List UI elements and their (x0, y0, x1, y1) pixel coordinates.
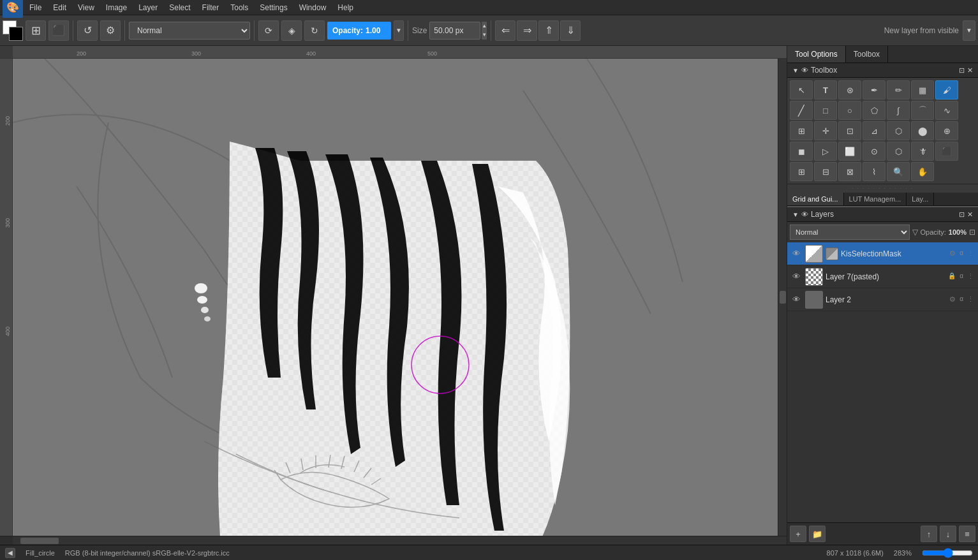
gradient-tool[interactable]: ▷ (814, 142, 837, 161)
smart-patch-tool[interactable]: ⬤ (911, 121, 934, 140)
hatching-tool[interactable]: ▦ (911, 80, 934, 99)
subtab-lay[interactable]: Lay... (907, 193, 934, 205)
layer-alpha-kisselectionmask[interactable]: α (958, 248, 965, 259)
similar-select-tool[interactable]: ⊠ (838, 162, 861, 181)
undo-button[interactable]: ↺ (77, 20, 98, 41)
pencil-tool[interactable]: ✏ (887, 80, 910, 99)
menu-settings[interactable]: Settings (255, 2, 292, 13)
new-layer-expand[interactable]: ▼ (963, 20, 975, 41)
transform-tool[interactable]: ⊞ (790, 121, 813, 140)
opacity-control[interactable]: Opacity: 1.00 (327, 22, 391, 40)
move-tool[interactable]: ✛ (814, 121, 837, 140)
rotate-button[interactable]: ⇑ (538, 20, 559, 41)
pointer-tool[interactable]: ↖ (790, 80, 813, 99)
layers-close-icon[interactable]: ✕ (967, 210, 973, 219)
add-group-button[interactable]: 📁 (809, 526, 826, 542)
layer-alpha-layer2[interactable]: α (958, 294, 965, 305)
opacity-expand[interactable]: ▼ (394, 20, 404, 41)
menu-tools[interactable]: Tools (225, 2, 253, 13)
zoom-tool[interactable]: 🔍 (887, 162, 910, 181)
layer-eye-kisselectionmask[interactable]: 👁 (790, 247, 803, 260)
layer-eye-layer2[interactable]: 👁 (790, 293, 803, 306)
layer-item-layer7[interactable]: 👁 Layer 7(pasted) 🔒 α ⋮ (787, 265, 978, 288)
layer-item-layer2[interactable]: 👁 Layer 2 ⚙ α ⋮ (787, 288, 978, 311)
zoom-slider[interactable] (922, 548, 973, 558)
toolbox-collapse-icon[interactable]: ▼ (792, 67, 799, 74)
reset-button[interactable]: ⟳ (258, 20, 279, 41)
brush-tool[interactable]: 🖌 (935, 80, 958, 99)
layer-alpha-layer7[interactable]: α (958, 271, 965, 282)
fill-tool[interactable]: ◼ (790, 142, 813, 161)
menu-edit[interactable]: Edit (48, 2, 71, 13)
ellipse-tool[interactable]: ○ (838, 101, 861, 120)
layer-eye-layer7[interactable]: 👁 (790, 270, 803, 283)
flip-h-button[interactable]: ⇐ (495, 20, 515, 41)
color-settings-button[interactable]: ⬛ (48, 20, 69, 41)
options-button[interactable]: ⚙ (100, 20, 121, 41)
flip-v-button[interactable]: ⇒ (517, 20, 537, 41)
layer-opacity-slider[interactable]: ⊡ (969, 228, 975, 237)
subtab-grid[interactable]: Grid and Gui... (787, 193, 844, 205)
color-picker-tool[interactable]: ⊕ (935, 121, 958, 140)
tab-tool-options[interactable]: Tool Options (787, 46, 846, 63)
polygon-select-tool[interactable]: ⬡ (887, 142, 910, 161)
layer-more-layer2[interactable]: ⋮ (966, 294, 975, 305)
dynamic-tool[interactable]: ∿ (935, 101, 958, 120)
text-tool[interactable]: T (814, 80, 837, 99)
layer-lock-layer7[interactable]: 🔒 (947, 271, 957, 282)
horizontal-scrollbar[interactable] (0, 536, 787, 545)
move-layer-down-button[interactable]: ↓ (940, 526, 956, 542)
freehand-tool[interactable]: ⌒ (911, 101, 934, 120)
menu-layer[interactable]: Layer (133, 2, 163, 13)
layer-settings-kisselectionmask[interactable]: ⚙ (948, 248, 957, 259)
menu-view[interactable]: View (73, 2, 100, 13)
canvas[interactable] (13, 59, 778, 536)
pan-tool[interactable]: ✋ (911, 162, 934, 181)
freehand-select-tool[interactable]: 🗡 (911, 142, 934, 161)
size-down[interactable]: ▼ (482, 31, 487, 40)
bezier-tool[interactable]: ∫ (887, 101, 910, 120)
bezier-select-tool[interactable]: ⌇ (863, 162, 885, 181)
size-up[interactable]: ▲ (482, 22, 487, 31)
layer-options-button[interactable]: ≡ (959, 526, 975, 542)
blend-mode-select[interactable]: Normal (129, 22, 250, 40)
layer-blend-mode[interactable]: Normal (790, 225, 910, 240)
mirror-button[interactable]: ⇓ (560, 20, 581, 41)
size-input[interactable] (429, 22, 480, 40)
refresh-button[interactable]: ↻ (304, 20, 325, 41)
transform-select-tool[interactable]: ⬛ (935, 142, 958, 161)
select-shape-tool[interactable]: ⊿ (863, 121, 885, 140)
add-layer-button[interactable]: + (790, 526, 806, 542)
move-layer-up-button[interactable]: ↑ (921, 526, 937, 542)
layer-item-kisselectionmask[interactable]: 👁 KisSelectionMask ⚙ α ⋮ (787, 242, 978, 265)
menu-file[interactable]: File (24, 2, 47, 13)
subtab-lut[interactable]: LUT Managem... (844, 193, 907, 205)
tab-toolbox-top[interactable]: Toolbox (846, 46, 888, 63)
contiguous-select-tool[interactable]: ⊟ (814, 162, 837, 181)
options2-button[interactable]: ◈ (281, 20, 302, 41)
magnetic-select-tool[interactable]: ⊞ (790, 162, 813, 181)
menu-filter[interactable]: Filter (197, 2, 225, 13)
menu-window[interactable]: Window (294, 2, 332, 13)
layer-more-kisselectionmask[interactable]: ⋮ (966, 248, 975, 259)
polygon-tool[interactable]: ⬠ (863, 101, 885, 120)
statusbar-expand[interactable]: ◀ (5, 548, 15, 558)
multibrush-tool[interactable]: ⊛ (838, 80, 861, 99)
menu-help[interactable]: Help (332, 2, 359, 13)
color-swatches[interactable] (3, 20, 23, 41)
line-tool[interactable]: ╱ (790, 101, 813, 120)
rect-select-tool[interactable]: ⬜ (838, 142, 861, 161)
menu-select[interactable]: Select (164, 2, 195, 13)
crop-tool[interactable]: ⊡ (838, 121, 861, 140)
layers-detach-icon[interactable]: ⊡ (959, 210, 965, 219)
toolbox-detach-icon[interactable]: ⊡ (959, 66, 965, 75)
pattern-button[interactable]: ⊞ (26, 20, 46, 41)
layer-settings-layer2[interactable]: ⚙ (948, 294, 957, 305)
menu-image[interactable]: Image (101, 2, 132, 13)
size-spinner[interactable]: ▲ ▼ (482, 22, 487, 40)
layer-more-layer7[interactable]: ⋮ (966, 271, 975, 282)
calligraphy-tool[interactable]: ✒ (863, 80, 885, 99)
ellipse-select-tool[interactable]: ⊙ (863, 142, 885, 161)
vertical-scrollbar[interactable] (778, 59, 787, 536)
layers-collapse-icon[interactable]: ▼ (792, 211, 799, 218)
